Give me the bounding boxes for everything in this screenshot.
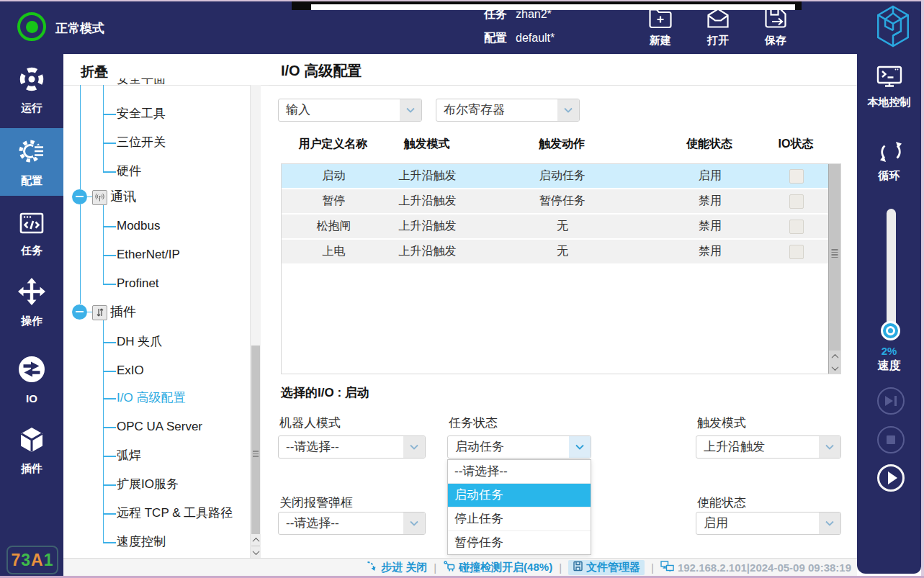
config-row: 配置default* [484, 31, 555, 46]
tree-line [103, 320, 104, 542]
table-scrollbar[interactable] [828, 164, 840, 374]
antenna-icon [92, 190, 107, 205]
table-row[interactable]: 暂停 上升沿触发 暂停任务 禁用 [282, 189, 829, 213]
move-arrows-icon [17, 277, 46, 309]
io-state-checkbox[interactable] [789, 169, 804, 184]
tree-item-opc-ua-server[interactable]: OPC UA Server [117, 419, 202, 435]
step-mode-status[interactable]: 步进 关闭 [367, 561, 427, 574]
cell-name: 松抱闸 [282, 215, 386, 238]
dropdown-option[interactable]: --请选择-- [448, 460, 591, 483]
dropdown-option-selected[interactable]: 启动任务 [448, 483, 591, 507]
tree-item-safety-tools[interactable]: 安全工具 [117, 106, 166, 122]
tree-item-extended-io-service[interactable]: 扩展IO服务 [117, 477, 179, 492]
collision-detection-status[interactable]: 碰撞检测开启(48%) [443, 561, 552, 574]
cycle-icon[interactable] [878, 139, 904, 168]
robot-mode-select[interactable]: --请选择-- [278, 435, 426, 459]
table-row[interactable]: 松抱闸 上升沿触发 无 禁用 [282, 215, 829, 238]
chevron-down-icon [557, 99, 579, 121]
tree-item-arc-welding[interactable]: 弧焊 [117, 448, 141, 464]
io-swap-icon [17, 355, 46, 387]
register-type-select[interactable]: 布尔寄存器 [436, 99, 580, 122]
io-state-checkbox[interactable] [789, 245, 804, 259]
network-text: 192.168.2.101|2024-05-09 09:38:19 [678, 561, 851, 574]
chevron-down-icon [403, 436, 425, 458]
io-direction-select[interactable]: 输入 [278, 99, 422, 122]
config-value: default* [516, 32, 555, 44]
tree-collapse-node-plugin[interactable] [72, 304, 87, 320]
tree-item-io-advanced-config[interactable]: I/O 高级配置 [117, 390, 185, 406]
nav-item-plugin[interactable]: 插件 [0, 422, 63, 479]
window-frame-top [0, 0, 924, 1]
table-header: 用户定义名称 触发模式 触发动作 使能状态 IO状态 [281, 133, 828, 155]
tree-item-exio[interactable]: ExIO [117, 363, 144, 379]
tree-item-modbus[interactable]: Modbus [117, 218, 160, 234]
cell-name: 启动 [282, 164, 386, 188]
io-state-checkbox[interactable] [789, 194, 804, 209]
tree-line [87, 312, 92, 313]
tree-item-dh-gripper[interactable]: DH 夹爪 [117, 334, 162, 350]
separator: | [559, 561, 562, 574]
tree-item-three-position-switch[interactable]: 三位开关 [117, 135, 166, 150]
speed-slider-knob[interactable] [881, 321, 900, 340]
dropdown-option[interactable]: 暂停任务 [448, 530, 591, 554]
trigger-mode-select[interactable]: 上升沿触发 [696, 435, 841, 459]
col-header-io-state: IO状态 [763, 133, 828, 155]
file-manager-icon [573, 561, 583, 574]
chevron-down-icon [819, 512, 840, 534]
file-manager-button[interactable]: 文件管理器 [568, 560, 645, 575]
code-window-icon [19, 211, 45, 238]
tree-scrollbar[interactable] [250, 85, 261, 558]
tree-item-speed-control[interactable]: 速度控制 [117, 534, 166, 550]
io-state-checkbox[interactable] [789, 220, 804, 234]
nav-item-operate[interactable]: 操作 [0, 274, 63, 331]
tree-item-hardware[interactable]: 硬件 [117, 163, 141, 179]
speed-slider-track[interactable] [887, 209, 896, 340]
tree-scroll-up-button[interactable] [251, 534, 261, 546]
config-tree-panel: 折叠 安全平面 安全工具 三位开关 硬件 通讯 Modbus EtherNet/… [63, 54, 269, 558]
table-scroll-up-button[interactable] [829, 351, 840, 362]
tree-item-remote-tcp-toolpath[interactable]: 远程 TCP & 工具路径 [117, 505, 233, 521]
local-control-icon[interactable] [876, 64, 903, 93]
tree-line [103, 204, 104, 284]
close-alarm-select[interactable]: --请选择-- [278, 512, 426, 535]
tree-item-profinet[interactable]: Profinet [117, 276, 159, 292]
io-direction-value: 输入 [286, 99, 310, 121]
file-manager-text: 文件管理器 [586, 561, 640, 574]
cell-trigger-mode: 上升沿触发 [386, 164, 469, 188]
window-frame-right [921, 0, 924, 578]
tree-scrollbar-thumb[interactable] [251, 346, 260, 561]
tree-collapse-node-comm[interactable] [72, 189, 87, 204]
new-button[interactable]: 新建 [637, 6, 684, 48]
dropdown-option[interactable]: 停止任务 [448, 507, 591, 530]
nav-item-run[interactable]: 运行 [0, 60, 63, 120]
stop-button[interactable] [877, 426, 905, 453]
collision-robot-icon [443, 561, 456, 574]
tree-item-ethernet-ip[interactable]: EtherNet/IP [117, 247, 180, 263]
table-scroll-down-button[interactable] [829, 362, 840, 374]
tree-group-plugin[interactable]: 插件 [110, 304, 136, 320]
status-bar: 步进 关闭 | 碰撞检测开启(48%) | 文件管理器 | [63, 558, 857, 576]
save-button[interactable]: 保存 [752, 6, 799, 48]
tree-collapse-button[interactable]: 折叠 [81, 63, 108, 81]
trigger-mode-label: 触发模式 [697, 415, 746, 431]
tree-line [87, 197, 92, 198]
nav-item-config[interactable]: 配置 [0, 128, 63, 196]
tree-group-comm[interactable]: 通讯 [110, 189, 136, 204]
open-button[interactable]: 打开 [694, 6, 742, 48]
robot-mode-value: --请选择-- [286, 436, 339, 458]
nav-item-task[interactable]: 任务 [0, 205, 63, 263]
play-button[interactable] [877, 464, 905, 492]
enable-state-select[interactable]: 启用 [696, 512, 841, 535]
task-state-select[interactable]: 启动任务 [447, 435, 591, 459]
step-forward-button[interactable] [877, 387, 905, 415]
nav-item-io[interactable]: IO [0, 351, 63, 408]
save-icon [763, 19, 788, 32]
tree-scroll-down-button[interactable] [251, 546, 261, 558]
tree-item-clipped[interactable]: 安全平面 [117, 78, 166, 85]
close-alarm-value: --请选择-- [286, 512, 339, 534]
table-row[interactable]: 上电 上升沿触发 无 禁用 [282, 240, 829, 263]
nav-label-task: 任务 [21, 244, 42, 258]
cell-trigger-mode: 上升沿触发 [386, 215, 469, 238]
table-row[interactable]: 启动 上升沿触发 启动任务 启用 [282, 164, 829, 188]
new-file-icon [648, 19, 673, 32]
